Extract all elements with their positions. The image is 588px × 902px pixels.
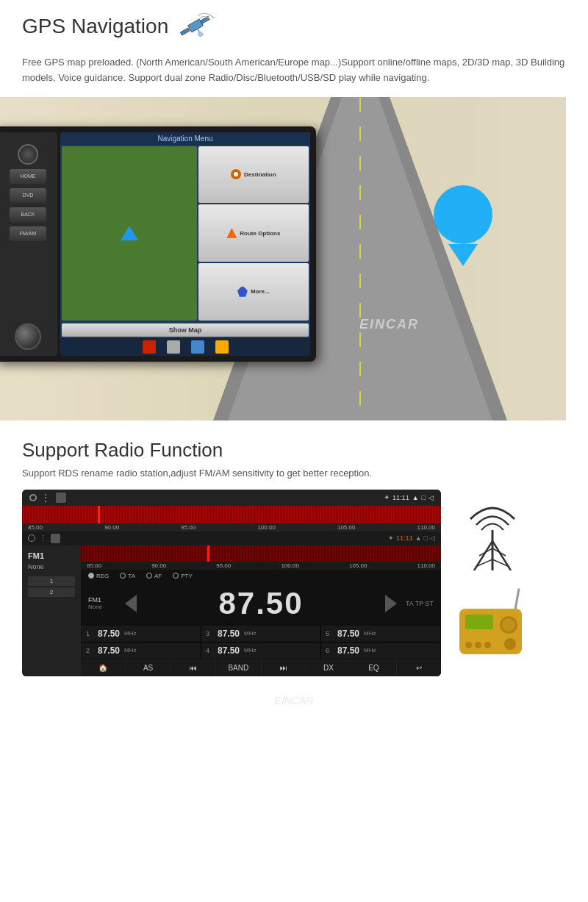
ta-tp-st: TA TP ST bbox=[397, 600, 434, 607]
screen-content: Destination Route Options More... bbox=[60, 145, 310, 322]
fm-mode-label: FM1 bbox=[28, 551, 75, 560]
big-frequency-display: 87.50 bbox=[137, 586, 385, 621]
show-map-button[interactable]: Show Map bbox=[62, 323, 309, 337]
inner-radio-header: ⋮ ✦ 11:11 ▲ □ ◁ bbox=[22, 531, 441, 545]
status-left: ⋮ bbox=[29, 493, 66, 503]
inner-circle bbox=[28, 534, 35, 542]
fm-left-panel: FM1 None 1 2 bbox=[22, 545, 81, 676]
nav-buttons-panel: Destination Route Options More... bbox=[198, 146, 309, 321]
bluetooth-icon: ✦ bbox=[384, 493, 390, 501]
prev-ctrl-btn[interactable]: ⏮ bbox=[171, 659, 215, 676]
radio-description: Support RDS rename radio station,adjust … bbox=[22, 468, 566, 479]
radio-speaker bbox=[500, 616, 517, 634]
reg-option[interactable]: REG bbox=[88, 573, 109, 579]
more-button[interactable]: More... bbox=[198, 263, 309, 321]
freq-arrow-right[interactable] bbox=[385, 595, 397, 612]
fm-presets: 1 2 bbox=[28, 576, 75, 597]
presets-grid: 1 87.50 MHz 3 87.50 MHz 5 87.50 MHz bbox=[82, 626, 440, 659]
band-ctrl-btn[interactable]: BAND bbox=[216, 659, 260, 676]
radio-ui: ⋮ ✦ 11:11 ▲ □ ◁ 85.00 90.00 bbox=[22, 490, 441, 676]
ta-option[interactable]: TA bbox=[120, 573, 135, 579]
radio-ui-container: ⋮ ✦ 11:11 ▲ □ ◁ 85.00 90.00 bbox=[22, 490, 566, 676]
back-button[interactable]: BACK bbox=[10, 207, 46, 222]
radio-dial bbox=[504, 638, 516, 650]
freq-labels-2: 85.00 90.00 95.00 100.00 105.00 110.00 bbox=[81, 562, 441, 570]
ta-dot bbox=[120, 573, 126, 579]
radio-section-title: Support Radio Function bbox=[22, 439, 566, 462]
device-image-area: HOME DVD BACK FM/AM Navigation Menu bbox=[0, 97, 566, 420]
fm-station-label: None bbox=[28, 563, 75, 570]
satellite-icon bbox=[176, 11, 220, 48]
route-options-button[interactable]: Route Options bbox=[198, 204, 309, 262]
map-preview bbox=[62, 146, 197, 321]
status-time: 11:11 bbox=[392, 494, 409, 501]
big-freq-section: FM1 None 87.50 TA TP ST bbox=[81, 582, 441, 625]
dx-ctrl-btn[interactable]: DX bbox=[306, 659, 351, 676]
radio-screen bbox=[465, 615, 493, 629]
preset-3[interactable]: 3 87.50 MHz bbox=[201, 626, 320, 642]
back-icon: ◁ bbox=[429, 494, 434, 501]
af-dot bbox=[146, 573, 152, 579]
fm-info-station: None bbox=[88, 604, 125, 610]
radio-btn-3 bbox=[484, 642, 491, 648]
radio-device-icon bbox=[456, 588, 529, 654]
dvd-button[interactable]: DVD bbox=[10, 188, 46, 203]
inner-battery: □ bbox=[424, 534, 428, 542]
freq-bar-2 bbox=[81, 545, 441, 562]
fmam-button[interactable]: FM/AM bbox=[10, 226, 46, 241]
destination-button[interactable]: Destination bbox=[198, 146, 309, 204]
home-ctrl-btn[interactable]: 🏠 bbox=[81, 659, 125, 676]
as-ctrl-btn[interactable]: AS bbox=[126, 659, 170, 676]
back-ctrl-btn[interactable]: ↩ bbox=[397, 659, 441, 676]
freq-bar2-fill bbox=[81, 545, 441, 562]
screen-icons bbox=[60, 338, 310, 356]
af-option[interactable]: AF bbox=[146, 573, 162, 579]
radio-section: Support Radio Function Support RDS renam… bbox=[0, 420, 588, 687]
reg-dot bbox=[88, 573, 94, 579]
radio-left-panel: HOME DVD BACK FM/AM bbox=[0, 132, 57, 356]
gps-header: GPS Navigation bbox=[22, 15, 566, 48]
fm-preset-2[interactable]: 2 bbox=[28, 587, 75, 597]
next-ctrl-btn[interactable]: ⏭ bbox=[262, 659, 306, 676]
svg-point-4 bbox=[198, 31, 204, 37]
status-icon bbox=[56, 493, 66, 503]
freq-arrow-left[interactable] bbox=[125, 595, 137, 612]
battery-icon: □ bbox=[422, 494, 426, 501]
radio-btn-2 bbox=[475, 642, 481, 648]
location-pin bbox=[434, 185, 492, 259]
inner-signal: ▲ bbox=[415, 534, 422, 542]
power-button[interactable] bbox=[18, 144, 38, 165]
settings-icon bbox=[215, 340, 229, 354]
navigation-arrow bbox=[121, 226, 138, 240]
preset-1[interactable]: 1 87.50 MHz bbox=[82, 626, 201, 642]
gps-description: Free GPS map preloaded. (North American/… bbox=[22, 55, 566, 86]
freq-indicator-2 bbox=[207, 545, 209, 562]
gps-section: GPS Navigation Free GPS map preloaded. (… bbox=[0, 0, 588, 86]
screen-title: Navigation Menu bbox=[60, 132, 310, 145]
status-circle bbox=[29, 494, 37, 501]
signal-icon: ▲ bbox=[412, 494, 419, 501]
pin-tip bbox=[448, 244, 478, 266]
fm-info-label: FM1 bbox=[88, 596, 125, 604]
fm-preset-1[interactable]: 1 bbox=[28, 576, 75, 586]
car-radio-device: HOME DVD BACK FM/AM Navigation Menu bbox=[0, 126, 316, 362]
volume-knob[interactable] bbox=[15, 323, 41, 350]
frequency-bar-top bbox=[22, 506, 441, 523]
radio-tower-icon bbox=[463, 504, 522, 573]
fm-main-panel: 85.00 90.00 95.00 100.00 105.00 110.00 R… bbox=[81, 545, 441, 676]
svg-line-11 bbox=[479, 548, 492, 556]
preset-5[interactable]: 5 87.50 MHz bbox=[321, 626, 440, 642]
inner-status-right: ✦ 11:11 ▲ □ ◁ bbox=[388, 534, 435, 542]
show-map-area: Show Map bbox=[60, 322, 310, 338]
preset-6[interactable]: 6 87.50 MHz bbox=[321, 643, 440, 659]
inner-dots: ⋮ bbox=[39, 534, 47, 543]
navigation-screen: Navigation Menu Destination bbox=[60, 132, 310, 356]
home-button[interactable]: HOME bbox=[10, 169, 46, 184]
preset-2[interactable]: 2 87.50 MHz bbox=[82, 643, 201, 659]
eq-ctrl-btn[interactable]: EQ bbox=[351, 659, 395, 676]
radio-options: REG TA AF PTY bbox=[81, 570, 441, 582]
preset-4[interactable]: 4 87.50 MHz bbox=[201, 643, 320, 659]
pty-option[interactable]: PTY bbox=[173, 573, 193, 579]
pty-dot bbox=[173, 573, 179, 579]
media-icon bbox=[167, 340, 180, 354]
